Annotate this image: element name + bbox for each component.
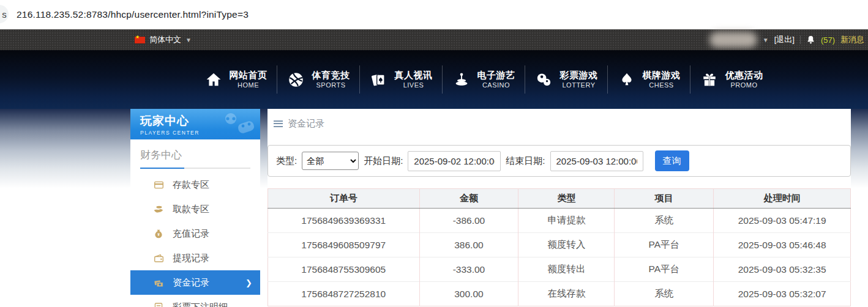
sidebar-item-deposit-zone[interactable]: 存款专区	[130, 172, 260, 197]
cell-amount: 300.00	[419, 282, 518, 306]
nav-item-sports[interactable]: 体育竞技SPORTS	[277, 50, 359, 109]
search-button[interactable]: 查询	[655, 150, 689, 171]
logout-link[interactable]: [退出]	[774, 34, 795, 45]
chevron-down-icon: ▼	[185, 37, 192, 43]
nav-label-cn: 彩票游戏	[560, 70, 598, 81]
nav-label-en: LOTTERY	[562, 81, 595, 90]
nav-label-en: PROMO	[730, 81, 757, 90]
cell-time: 2025-09-03 05:47:19	[714, 209, 851, 233]
type-select[interactable]: 全部	[302, 152, 359, 170]
nav-label-cn: 网站首页	[230, 70, 268, 81]
table-row: 1756849639369331 -386.00 申请提款 系统 2025-09…	[268, 209, 851, 233]
cell-time: 2025-09-03 05:46:48	[714, 233, 851, 257]
user-actions: ▼ [退出] (57) 新消息	[709, 32, 868, 48]
sidebar-item-label: 存款专区	[173, 179, 209, 191]
nav-label-cn: 体育竞技	[312, 70, 350, 81]
hamburger-icon	[274, 120, 283, 127]
divider	[800, 35, 801, 44]
sidebar-menu: 存款专区 取款专区 ¥ 充值记录 提现记录	[130, 172, 260, 307]
browser-address-bar: s 216.118.235.52:8783/hhcp/usercenter.ht…	[0, 0, 868, 29]
sidebar-item-label: 取款专区	[173, 204, 209, 215]
withdraw-hand-icon	[153, 204, 164, 215]
page: s 216.118.235.52:8783/hhcp/usercenter.ht…	[0, 0, 868, 307]
language-label: 简体中文	[149, 34, 181, 45]
nav-row: 网站首页HOME 体育竞技SPORTS 真人视讯LIVES	[195, 50, 773, 109]
cell-time: 2025-09-03 05:32:35	[714, 257, 851, 282]
sidebar-section-underline	[140, 168, 250, 169]
spade-icon	[618, 70, 636, 89]
cell-type: 在线存款	[518, 282, 615, 306]
svg-text:¥: ¥	[157, 232, 160, 236]
cell-order-no: 1756848755309605	[268, 257, 420, 282]
nav-label-cn: 电子游艺	[477, 70, 515, 81]
username-blurred[interactable]	[709, 32, 757, 48]
column-header-amount: 金额	[419, 189, 518, 209]
end-date-label: 结束日期:	[506, 155, 545, 167]
roulette-icon	[452, 70, 471, 89]
breadcrumb: 资金记录	[268, 109, 851, 130]
nav-item-lives[interactable]: 真人视讯LIVES	[360, 50, 442, 109]
site-badge-letter: s	[2, 9, 7, 20]
nav-label-en: HOME	[238, 81, 259, 90]
sidebar-item-label: 资金记录	[173, 277, 209, 289]
playing-cards-icon	[370, 70, 388, 89]
nav-item-lottery[interactable]: 彩票游戏LOTTERY	[525, 50, 607, 109]
chevron-right-icon: ❯	[245, 278, 252, 287]
end-date-input[interactable]	[550, 151, 643, 171]
nav-item-promo[interactable]: 优惠活动PROMO	[690, 50, 773, 109]
bell-icon[interactable]	[806, 35, 815, 45]
sidebar-item-label: 彩票下注明细	[173, 301, 228, 307]
nav-item-chess[interactable]: 棋牌游戏CHESS	[608, 50, 690, 109]
cell-type: 额度转出	[518, 257, 615, 282]
cell-time: 2025-09-03 05:32:07	[714, 282, 851, 306]
cell-project: 系统	[615, 282, 714, 306]
column-header-type: 类型	[518, 189, 615, 209]
language-selector[interactable]: 简体中文 ▼	[135, 34, 192, 45]
message-count[interactable]: (57)	[821, 35, 835, 45]
new-message-link[interactable]: 新消息	[840, 34, 864, 45]
sidebar-item-lottery-bet-detail[interactable]: 彩票下注明细	[130, 295, 260, 307]
home-icon	[204, 70, 223, 89]
china-flag-icon	[135, 37, 145, 43]
table-row: 1756848727252810 300.00 在线存款 系统 2025-09-…	[268, 282, 851, 306]
document-icon	[153, 301, 164, 307]
cell-order-no: 1756849639369331	[268, 209, 420, 233]
lottery-balls-icon	[535, 70, 553, 89]
table-row: 1756848755309605 -333.00 额度转出 PA平台 2025-…	[268, 257, 851, 282]
sidebar-item-withdraw-zone[interactable]: 取款专区	[130, 197, 260, 221]
breadcrumb-label: 资金记录	[288, 118, 324, 130]
cell-order-no: 1756848727252810	[268, 282, 420, 306]
chevron-down-icon[interactable]: ▼	[763, 37, 769, 43]
sidebar-item-label: 提现记录	[173, 253, 209, 264]
cell-project: PA平台	[615, 233, 714, 257]
cell-project: 系统	[615, 209, 714, 233]
table-row: 1756849608509797 386.00 额度转入 PA平台 2025-0…	[268, 233, 851, 257]
nav-item-home[interactable]: 网站首页HOME	[195, 50, 277, 109]
cell-type: 额度转入	[518, 233, 615, 257]
nav-item-casino[interactable]: 电子游艺CASINO	[443, 50, 525, 109]
deposit-card-icon	[153, 179, 164, 190]
recharge-bag-icon: ¥	[153, 228, 164, 239]
sidebar-section-title: 财务中心	[130, 139, 260, 162]
funds-record-icon	[153, 277, 164, 288]
site-badge: s	[0, 5, 9, 23]
start-date-input[interactable]	[408, 151, 501, 171]
sports-ball-icon	[287, 70, 305, 89]
start-date-label: 开始日期:	[364, 155, 403, 167]
sidebar: 玩家中心 PLAYERS CENTER 财务中心 存款专区 取款专区	[130, 109, 260, 307]
nav-label-en: CASINO	[482, 81, 510, 90]
sidebar-header: 玩家中心 PLAYERS CENTER	[130, 109, 260, 139]
nav-label-en: LIVES	[403, 81, 424, 90]
gamepad-icon	[220, 111, 256, 138]
user-bar: 简体中文 ▼ ▼ [退出] (57) 新消息	[0, 29, 868, 50]
sidebar-item-funds-record[interactable]: 资金记录 ❯	[130, 270, 260, 295]
nav-label-cn: 真人视讯	[395, 70, 433, 81]
url-text[interactable]: 216.118.235.52:8783/hhcp/usercenter.html…	[17, 9, 249, 20]
main-panel: 资金记录 类型: 全部 开始日期: 结束日期: 查询 订单号 金额 类型 项目 …	[268, 109, 851, 307]
table-header-row: 订单号 金额 类型 项目 处理时间	[268, 189, 851, 209]
nav-label-en: CHESS	[649, 81, 673, 90]
cell-project: PA平台	[615, 257, 714, 282]
sidebar-item-withdrawal-record[interactable]: 提现记录	[130, 246, 260, 270]
sidebar-item-recharge-record[interactable]: ¥ 充值记录	[130, 221, 260, 246]
nav-label-cn: 棋牌游戏	[643, 70, 681, 81]
